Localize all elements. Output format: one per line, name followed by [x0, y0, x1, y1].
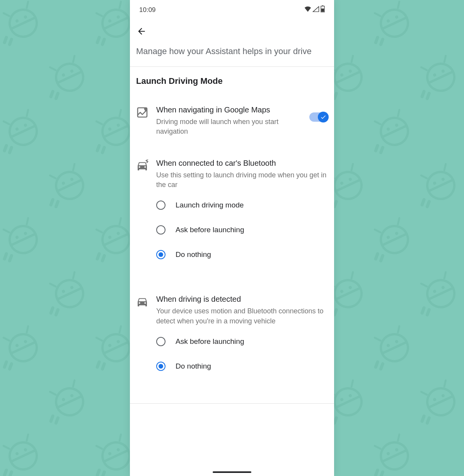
radio-option-nothing[interactable]: Do nothing — [156, 242, 328, 267]
radio-label: Ask before launching — [176, 337, 244, 346]
content: Launch Driving Mode When navigating in G… — [130, 67, 334, 396]
radio-button — [156, 201, 165, 210]
radio-button — [156, 337, 165, 346]
toggle-thumb — [318, 112, 329, 122]
setting-bluetooth-desc: Use this setting to launch driving mode … — [156, 170, 328, 190]
arrow-back-icon — [136, 26, 147, 36]
setting-maps-desc: Driving mode will launch when you start … — [156, 117, 302, 136]
car-bluetooth-icon — [136, 160, 148, 172]
detected-radio-group: Ask before launching Do nothing — [136, 329, 328, 379]
radio-option-nothing[interactable]: Do nothing — [156, 354, 328, 379]
radio-label: Do nothing — [176, 362, 211, 371]
setting-bluetooth-title: When connected to car's Bluetooth — [156, 158, 328, 168]
svg-point-21 — [144, 107, 147, 110]
radio-label: Do nothing — [176, 250, 211, 259]
svg-rect-18 — [322, 5, 324, 6]
car-icon — [136, 296, 148, 308]
home-indicator[interactable] — [213, 471, 251, 473]
map-pin-icon — [136, 106, 148, 119]
radio-button — [156, 250, 165, 259]
radio-option-launch[interactable]: Launch driving mode — [156, 193, 328, 218]
section-title: Launch Driving Mode — [136, 76, 328, 86]
wifi-icon — [304, 6, 311, 14]
bottom-divider — [130, 403, 334, 404]
radio-label: Launch driving mode — [176, 201, 244, 209]
maps-toggle[interactable] — [309, 112, 328, 122]
battery-icon — [321, 5, 325, 14]
setting-bluetooth: When connected to car's Bluetooth Use th… — [136, 158, 328, 190]
setting-detected: When driving is detected Your device use… — [136, 294, 328, 326]
radio-button — [156, 225, 165, 235]
status-bar: 10:09 — [130, 0, 334, 18]
setting-detected-desc: Your device uses motion and Bluetooth co… — [156, 306, 328, 326]
check-icon — [320, 114, 326, 120]
status-time: 10:09 — [139, 6, 156, 14]
back-button[interactable] — [136, 26, 147, 37]
setting-maps-title: When navigating in Google Maps — [156, 105, 302, 115]
page-subtitle: Manage how your Assistant helps in your … — [136, 46, 328, 57]
signal-icon — [312, 6, 319, 14]
radio-button — [156, 362, 165, 371]
phone-screen: 10:09 Manage how your Assistant helps in… — [130, 0, 334, 476]
setting-detected-title: When driving is detected — [156, 294, 328, 304]
radio-option-ask[interactable]: Ask before launching — [156, 329, 328, 354]
svg-rect-19 — [321, 8, 324, 12]
header: Manage how your Assistant helps in your … — [130, 18, 334, 66]
radio-option-ask[interactable]: Ask before launching — [156, 218, 328, 242]
status-icons — [304, 5, 325, 14]
bluetooth-radio-group: Launch driving mode Ask before launching… — [136, 193, 328, 267]
setting-maps: When navigating in Google Maps Driving m… — [136, 105, 328, 136]
radio-label: Ask before launching — [176, 226, 244, 234]
